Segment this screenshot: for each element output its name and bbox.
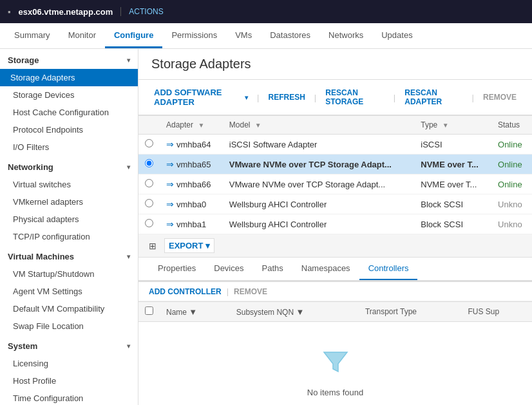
row-radio-cell <box>138 174 160 194</box>
sidebar-item-protocol-endpoints[interactable]: Protocol Endpoints <box>0 121 138 138</box>
actions-button[interactable]: ACTIONS <box>120 7 163 16</box>
ctrl-check-col <box>138 302 160 322</box>
row-radio-cell <box>138 155 160 174</box>
tab-datastores[interactable]: Datastores <box>261 24 319 48</box>
adapter-cell: ⇒ vmhba1 <box>160 214 223 234</box>
sidebar-item-agent-vm-settings[interactable]: Agent VM Settings <box>0 283 138 300</box>
sub-tab-devices[interactable]: Devices <box>205 258 252 280</box>
sidebar-section-virtual-machines[interactable]: Virtual Machines▾ <box>0 245 138 265</box>
adapter-icon: ⇒ vmhba66 <box>166 179 211 189</box>
sidebar-item-licensing[interactable]: Licensing <box>0 355 138 372</box>
sidebar-item-i/o-filters[interactable]: I/O Filters <box>0 138 138 156</box>
add-software-adapter-button[interactable]: ADD SOFTWARE ADAPTER ▾ <box>149 85 253 109</box>
sub-tab-controllers[interactable]: Controllers <box>359 258 418 280</box>
sub-tab-paths[interactable]: Paths <box>253 258 292 280</box>
row-radio-cell <box>138 214 160 234</box>
tab-monitor[interactable]: Monitor <box>59 24 105 48</box>
separator: | <box>394 93 395 102</box>
controllers-toolbar: ADD CONTROLLER | REMOVE <box>138 282 532 301</box>
table-row[interactable]: ⇒ vmhba0Wellsburg AHCI ControllerBlock S… <box>138 194 532 214</box>
status-cell: Online <box>491 174 532 194</box>
status-cell: Online <box>491 155 532 174</box>
sub-tab-namespaces[interactable]: Namespaces <box>292 258 359 280</box>
sidebar-item-time-configuration[interactable]: Time Configuration <box>0 390 138 405</box>
type-col-header: Type ▼ <box>414 116 491 135</box>
tab-configure[interactable]: Configure <box>105 24 162 48</box>
tab-networks[interactable]: Networks <box>319 24 372 48</box>
tab-updates[interactable]: Updates <box>372 24 421 48</box>
tab-vms[interactable]: VMs <box>226 24 261 48</box>
table-row[interactable]: ⇒ vmhba65VMware NVMe over TCP Storage Ad… <box>138 155 532 174</box>
controllers-table-body: No items found <box>138 322 532 406</box>
sidebar-item-tcp/ip-configuration[interactable]: TCP/IP configuration <box>0 228 138 245</box>
adapter-radio[interactable] <box>145 179 153 187</box>
adapter-icon: ⇒ vmhba64 <box>166 139 211 149</box>
adapter-radio[interactable] <box>145 159 153 167</box>
table-row[interactable]: ⇒ vmhba66VMware NVMe over TCP Storage Ad… <box>138 174 532 194</box>
select-col-header <box>138 116 160 135</box>
separator: | <box>257 93 259 102</box>
sidebar-item-swap-file-location[interactable]: Swap File Location <box>0 317 138 335</box>
model-cell: iSCSI Software Adapter <box>223 135 414 155</box>
sidebar-item-default-vm-compatibility[interactable]: Default VM Compatibility <box>0 300 138 317</box>
hba-icon: ⇒ <box>166 219 174 229</box>
sidebar-item-host-cache-configuration[interactable]: Host Cache Configuration <box>0 104 138 121</box>
export-arrow-icon: ▾ <box>205 241 210 250</box>
separator: | <box>314 93 316 102</box>
controllers-table-container: Name ▼ Subsystem NQN ▼ Transport Type FU… <box>138 301 532 405</box>
refresh-button[interactable]: REFRESH <box>263 90 310 104</box>
sidebar-item-vm-startup/shutdown[interactable]: VM Startup/Shutdown <box>0 265 138 283</box>
tab-summary[interactable]: Summary <box>5 24 59 48</box>
adapter-radio[interactable] <box>145 219 153 227</box>
ctrl-name-col: Name ▼ <box>160 302 230 322</box>
chevron-icon: ▾ <box>127 164 130 171</box>
empty-state: No items found <box>145 326 526 405</box>
section-label: Networking <box>8 162 53 172</box>
add-controller-button[interactable]: ADD CONTROLLER <box>149 287 222 296</box>
chevron-icon: ▾ <box>127 57 130 64</box>
chevron-icon: ▾ <box>127 343 130 350</box>
sidebar-item-storage-adapters[interactable]: Storage Adapters <box>0 69 138 86</box>
rescan-storage-button[interactable]: RESCAN STORAGE <box>320 86 390 109</box>
separator: | <box>472 93 474 102</box>
rescan-adapter-button[interactable]: RESCAN ADAPTER <box>399 86 468 109</box>
main-layout: Storage▾Storage AdaptersStorage DevicesH… <box>0 49 532 405</box>
adapter-icon: ⇒ vmhba1 <box>166 219 206 229</box>
table-row[interactable]: ⇒ vmhba64iSCSI Software AdapteriSCSIOnli… <box>138 135 532 155</box>
type-cell: Block SCSI <box>414 214 491 234</box>
page-title: Storage Adapters <box>138 49 532 80</box>
sidebar-item-physical-adapters[interactable]: Physical adapters <box>0 211 138 228</box>
sub-tab-properties[interactable]: Properties <box>149 258 205 280</box>
adapter-cell: ⇒ vmhba65 <box>160 155 223 174</box>
top-bar: ▪ esx06.vtme.netapp.com ACTIONS <box>0 0 532 23</box>
table-row[interactable]: ⇒ vmhba1Wellsburg AHCI ControllerBlock S… <box>138 214 532 234</box>
adapters-table-body: ⇒ vmhba64iSCSI Software AdapteriSCSIOnli… <box>138 135 532 234</box>
sidebar-section-system[interactable]: System▾ <box>0 335 138 355</box>
adapter-cell: ⇒ vmhba0 <box>160 194 223 214</box>
adapter-radio[interactable] <box>145 139 153 147</box>
status-cell: Unkno <box>491 194 532 214</box>
adapter-col-header: Adapter ▼ <box>160 116 223 135</box>
sidebar-section-storage[interactable]: Storage▾ <box>0 49 138 69</box>
bottom-toolbar: ⊞ EXPORT ▾ <box>138 234 532 258</box>
tab-permissions[interactable]: Permissions <box>162 24 226 48</box>
sidebar-section-networking[interactable]: Networking▾ <box>0 156 138 176</box>
sidebar-item-host-profile[interactable]: Host Profile <box>0 372 138 390</box>
type-cell: Block SCSI <box>414 194 491 214</box>
remove-button[interactable]: REMOVE <box>478 90 522 104</box>
sidebar-item-vmkernel-adapters[interactable]: VMkernel adapters <box>0 193 138 211</box>
select-all-checkbox[interactable] <box>145 306 153 315</box>
main-content: Storage Adapters ADD SOFTWARE ADAPTER ▾ … <box>138 49 532 405</box>
type-cell: NVME over T... <box>414 155 491 174</box>
filter-icon: ▼ <box>296 307 304 317</box>
controllers-panel: ADD CONTROLLER | REMOVE Name ▼ Subsystem… <box>138 281 532 405</box>
remove-controller-button[interactable]: REMOVE <box>234 287 267 296</box>
adapter-radio[interactable] <box>145 199 153 207</box>
adapters-table-container: Adapter ▼ Model ▼ Type ▼ Status ⇒ vmhba6… <box>138 115 532 234</box>
ctrl-fus-col: FUS Sup <box>461 302 532 322</box>
sep: | <box>227 287 229 296</box>
empty-text: No items found <box>307 388 363 397</box>
sidebar-item-virtual-switches[interactable]: Virtual switches <box>0 176 138 193</box>
export-button[interactable]: EXPORT ▾ <box>164 238 214 253</box>
sidebar-item-storage-devices[interactable]: Storage Devices <box>0 86 138 104</box>
